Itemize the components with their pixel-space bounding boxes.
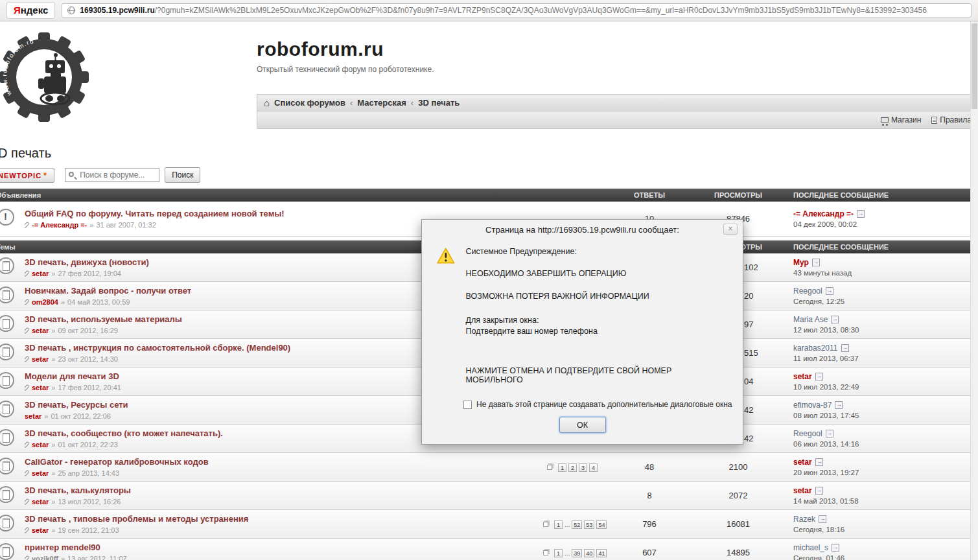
page-number-link[interactable]: 52	[572, 520, 582, 529]
last-post-date: 08 июл 2013, 17:45	[793, 412, 978, 419]
globe-icon	[67, 6, 75, 14]
goto-last-post-icon[interactable]: →	[857, 210, 865, 218]
topic-author-link[interactable]: setar	[32, 327, 49, 334]
topic-author-link[interactable]: setar	[32, 384, 49, 391]
topic-meta: yozik0ff » 13 авг 2012, 11:07	[25, 555, 537, 560]
last-post-author-link[interactable]: efimova-87	[793, 401, 832, 410]
close-icon[interactable]: ×	[723, 224, 738, 235]
new-topic-button[interactable]: NEWTOPIC*	[0, 168, 54, 183]
topic-author-link[interactable]: om2804	[32, 298, 58, 306]
page-number-link[interactable]: 4	[589, 463, 598, 472]
topic-author-link[interactable]: setar	[32, 355, 49, 363]
last-post-author-link[interactable]: Reegool	[793, 429, 822, 438]
last-post-author-link[interactable]: Razek	[793, 515, 815, 524]
goto-last-post-icon[interactable]: →	[815, 373, 823, 380]
nav-bars: ⌂ Список форумов ‹ Мастерская ‹ 3D печат…	[257, 94, 978, 129]
page-number-link[interactable]: 53	[584, 520, 594, 529]
last-post-author-link[interactable]: setar	[793, 372, 812, 381]
replies-count: 607	[614, 539, 684, 560]
goto-last-post-icon[interactable]: →	[815, 458, 823, 466]
home-icon[interactable]: ⌂	[264, 97, 270, 108]
shop-link[interactable]: Магазин	[881, 115, 921, 124]
last-post-cell: Razek → Сегодня, 18:16	[792, 510, 978, 539]
pages-ellipsis: ...	[565, 521, 570, 528]
dialog-text-line: НЕОБХОДИМО ЗАВЕРШИТЬ ОПЕРАЦИЮ	[466, 269, 727, 278]
topic-title-link[interactable]: 3D печать, калькуляторы	[25, 485, 537, 495]
topic-title-link[interactable]: 3D печать , типовые проблемы и методы ус…	[25, 514, 537, 524]
yandex-browser-button[interactable]: Яндекс	[6, 2, 55, 19]
multipage-icon	[543, 550, 548, 555]
topic-author-link[interactable]: -= Александр =-	[32, 221, 87, 229]
last-post-author-link[interactable]: karabas2011	[793, 344, 838, 353]
goto-last-post-icon[interactable]: →	[831, 316, 839, 323]
topic-author-link[interactable]: setar	[32, 526, 49, 534]
rules-link[interactable]: Правила	[931, 115, 972, 124]
last-post-date: Сегодня, 18:16	[793, 526, 978, 533]
goto-last-post-icon[interactable]: →	[815, 487, 823, 495]
last-post-author-link[interactable]: Reegool	[793, 286, 822, 296]
page-number-link[interactable]: 40	[584, 549, 594, 557]
topic-date: 25 апр 2013, 14:43	[58, 469, 119, 477]
last-post-date: 20 июн 2013, 19:27	[793, 469, 978, 476]
last-post-date: 06 июл 2013, 14:16	[793, 440, 978, 448]
page-number-link[interactable]: 39	[572, 549, 582, 557]
breadcrumb-workshop[interactable]: Мастерская	[357, 98, 406, 108]
page-number-link[interactable]: 1	[554, 520, 563, 529]
dialog-text-line: НАЖМИТЕ ОТМЕНА И ПОДТВЕРДИТЕ СВОЙ НОМЕР …	[466, 366, 727, 384]
search-input[interactable]	[65, 168, 159, 182]
breadcrumb-forum-list[interactable]: Список форумов	[274, 98, 345, 108]
views-count: 2100	[684, 453, 792, 482]
goto-last-post-icon[interactable]: →	[826, 287, 833, 295]
vertical-scrollbar[interactable]	[970, 21, 978, 560]
topic-author-link[interactable]: setar	[32, 469, 49, 477]
announcements-header-row: Объявления ОТВЕТЫ ПРОСМОТРЫ ПОСЛЕДНЕЕ СО…	[0, 189, 978, 202]
author-date-separator: »	[51, 441, 55, 449]
last-post-author-link[interactable]: Мур	[793, 258, 809, 267]
ok-button[interactable]: ОК	[559, 417, 606, 433]
goto-last-post-icon[interactable]: →	[819, 515, 826, 523]
last-post-author-link[interactable]: Maria Ase	[793, 315, 828, 324]
goto-last-post-icon[interactable]: →	[812, 259, 820, 266]
topic-author-link[interactable]: setar	[25, 412, 41, 420]
last-post-author-link[interactable]: setar	[793, 458, 812, 467]
last-post-author-link[interactable]: setar	[793, 486, 812, 495]
page-number-link[interactable]: 1	[554, 549, 563, 557]
page-title: 3D печать	[0, 146, 978, 161]
topic-title-link[interactable]: Общий FAQ по форуму. Читать перед создан…	[25, 209, 537, 218]
topic-date: 23 окт 2012, 14:30	[58, 355, 118, 363]
author-date-separator: »	[44, 412, 48, 420]
last-post-author-link[interactable]: -= Александр =-	[793, 209, 854, 218]
goto-last-post-icon[interactable]: →	[841, 344, 849, 352]
topic-title-link[interactable]: принтер mendel90	[25, 542, 537, 552]
column-header-replies: ОТВЕТЫ	[614, 189, 684, 202]
newtopic-star-icon: *	[43, 170, 47, 180]
scrollbar-thumb[interactable]	[972, 23, 977, 109]
address-bar[interactable]: 169305.19.pcw9ili.ru/?0gmuh=kZMSilAWk%2B…	[62, 3, 972, 18]
topic-date: 04 май 2013, 00:59	[67, 298, 130, 306]
page-number-link[interactable]: 41	[596, 549, 607, 557]
topic-title-link[interactable]: CaliGator - генератор калибровочных кодо…	[25, 457, 537, 467]
topic-author-link[interactable]: setar	[32, 441, 49, 449]
topic-status-icon	[0, 543, 14, 560]
goto-last-post-icon[interactable]: →	[835, 401, 843, 409]
goto-last-post-icon[interactable]: →	[832, 544, 839, 552]
author-date-separator: »	[51, 327, 55, 334]
last-post-author-link[interactable]: michael_s	[793, 543, 828, 552]
topic-author-link[interactable]: yozik0ff	[32, 555, 58, 560]
breadcrumb-3d-print[interactable]: 3D печать	[418, 98, 460, 108]
topic-author-link[interactable]: setar	[32, 270, 49, 277]
cart-icon	[881, 117, 889, 122]
page-number-link[interactable]: 54	[596, 520, 607, 529]
last-post-cell: -= Александр =- → 04 дек 2009, 00:02	[792, 202, 978, 236]
suppress-dialogs-checkbox[interactable]	[463, 401, 472, 409]
page-number-link[interactable]: 1	[558, 463, 566, 472]
last-post-date: 04 дек 2009, 00:02	[793, 220, 978, 228]
page-number-link[interactable]: 3	[579, 463, 587, 472]
views-count: 2072	[684, 482, 792, 510]
dialog-text-line: Системное Предупреждение:	[466, 247, 727, 256]
topic-author-link[interactable]: setar	[32, 498, 49, 506]
page-number-link[interactable]: 2	[568, 463, 577, 472]
goto-last-post-icon[interactable]: →	[826, 430, 833, 438]
search-button[interactable]: Поиск	[165, 167, 200, 183]
topic-date: 17 фев 2012, 20:41	[58, 384, 121, 391]
